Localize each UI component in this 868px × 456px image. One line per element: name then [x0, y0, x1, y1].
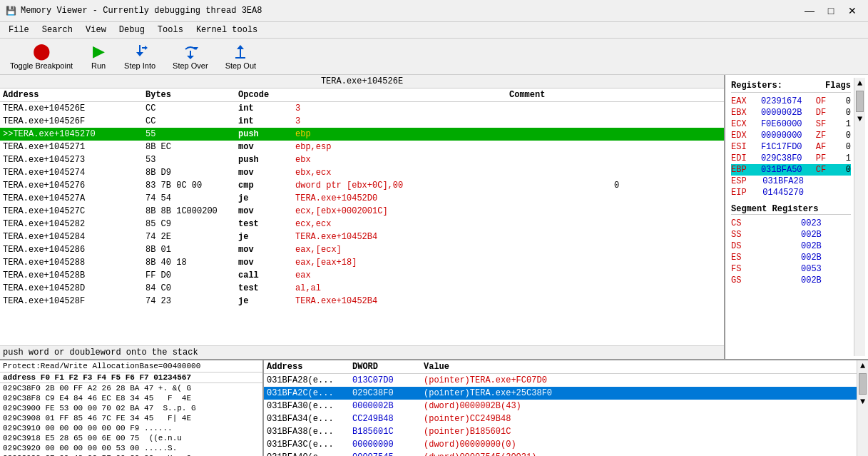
register-row[interactable]: ESIF1C17FD0AF0: [731, 141, 851, 153]
register-row[interactable]: ESP031BFA28: [731, 176, 851, 187]
menu-view[interactable]: View: [80, 24, 112, 36]
close-button[interactable]: ✕: [842, 3, 862, 19]
stack-row[interactable]: 031BFA30(e...0000002B(dword)0000002B(43): [264, 400, 857, 412]
stack-row[interactable]: 031BFA38(e...B185601C(pointer)B185601C: [264, 425, 857, 438]
memory-row[interactable]: 029C38F8 C9 E4 84 46 EC E8 34 45 F 4E: [0, 393, 262, 403]
disasm-row[interactable]: TERA.exe+104526FCCint3: [0, 115, 724, 128]
memory-row[interactable]: 029C3920 00 00 00 00 00 53 00 .....S.: [0, 443, 262, 453]
disasm-row-operand: ecx,ecx: [295, 219, 614, 229]
stack-row-value: (pointer)TERA.exe+FC07D0: [424, 375, 854, 385]
menu-search[interactable]: Search: [36, 24, 78, 36]
run-button[interactable]: ▶ Run: [87, 41, 110, 71]
step-out-icon: [232, 43, 249, 60]
step-into-button[interactable]: Step Into: [121, 41, 158, 71]
segment-name: SS: [731, 230, 756, 240]
scroll-up-arrow[interactable]: ▲: [854, 78, 865, 89]
flag-name: OF: [816, 96, 841, 106]
registers-header: Registers: Flags: [731, 81, 851, 93]
memory-row[interactable]: 029C38F0 2B 00 FF A2 26 28 BA 47 +. &( G: [0, 383, 262, 393]
disasm-row[interactable]: TERA.exe+104528285 C9testecx,ecx: [0, 218, 724, 230]
register-row[interactable]: EAX02391674OF0: [731, 96, 851, 107]
disasm-row[interactable]: TERA.exe+10452718B ECmovebp,esp: [0, 141, 724, 153]
register-row[interactable]: EIP01445270: [731, 187, 851, 198]
disasm-row-bytes: CC: [145, 116, 238, 126]
stack-row-value: (dword)00007545(30021): [424, 452, 854, 456]
stack-row[interactable]: 031BFA34(e...CC249B48(pointer)CC249B48: [264, 412, 857, 425]
stack-row[interactable]: 031BFA28(e...013C07D0(pointer)TERA.exe+F…: [264, 374, 857, 387]
disasm-row-operand: dword ptr [ebx+0C],00: [295, 181, 614, 191]
register-row[interactable]: EBP031BFA50CF0: [731, 164, 851, 176]
menu-file[interactable]: File: [3, 24, 35, 36]
register-row[interactable]: EBX0000002BDF0: [731, 107, 851, 118]
menu-kernel-tools[interactable]: Kernel tools: [190, 24, 263, 36]
disasm-row-operand: eax,[ecx]: [295, 245, 614, 255]
disasm-row-bytes: FF D0: [145, 270, 238, 280]
disasm-row[interactable]: TERA.exe+104528474 2EjeTERA.exe+10452B4: [0, 230, 724, 243]
stack-row[interactable]: 031BFA2C(e...029C38F0(pointer)TERA.exe+2…: [264, 387, 857, 400]
memory-row[interactable]: 029C3910 00 00 00 00 00 00 F9 ......: [0, 423, 262, 433]
disasm-row[interactable]: TERA.exe+104527683 7B 0C 00cmpdword ptr …: [0, 179, 724, 192]
stack-scroll-thumb[interactable]: [859, 373, 867, 395]
disasm-row[interactable]: TERA.exe+104527C8B 8B 1C000200movecx,[eb…: [0, 205, 724, 218]
disasm-row-opcode: mov: [238, 245, 295, 255]
disasm-row[interactable]: TERA.exe+10452888B 40 18moveax,[eax+18]: [0, 256, 724, 269]
segment-name: CS: [731, 218, 756, 228]
disasm-row[interactable]: TERA.exe+10452868B 01moveax,[ecx]: [0, 243, 724, 256]
memory-row[interactable]: 029C3900 FE 53 00 00 70 02 BA 47 S..p. G: [0, 403, 262, 413]
disasm-row[interactable]: TERA.exe+10452748B D9movebx,ecx: [0, 166, 724, 179]
step-over-button[interactable]: Step Over: [170, 41, 211, 71]
disasm-row[interactable]: TERA.exe+104528D84 C0testal,al: [0, 282, 724, 295]
stack-scrollbar[interactable]: ▲ ▼: [857, 360, 868, 456]
register-name: EBX: [731, 108, 756, 118]
menu-debug[interactable]: Debug: [113, 24, 150, 36]
register-name: ECX: [731, 119, 756, 129]
toggle-breakpoint-button[interactable]: ⬤ Toggle Breakpoint: [7, 41, 76, 71]
memory-row[interactable]: 029C3928 2E 00 48 00 5F 00 30 00 ..H._.0…: [0, 453, 262, 456]
disasm-row-addr: TERA.exe+1045273: [3, 155, 145, 165]
registers-title: Registers:: [731, 81, 782, 91]
disasm-row[interactable]: TERA.exe+104526ECCint3: [0, 102, 724, 115]
disasm-row-bytes: 74 54: [145, 193, 238, 203]
titlebar-left: 💾 Memory Viewer - Currently debugging th…: [6, 6, 262, 16]
register-row[interactable]: ECXF0E60000SF1: [731, 118, 851, 130]
stack-row[interactable]: 031BFA3C(e...00000000(dword)00000000(0): [264, 438, 857, 451]
stack-row-dword: B185601C: [352, 427, 424, 437]
stack-scroll-up[interactable]: ▲: [857, 360, 868, 372]
memory-panel: Protect:Read/Write AllocationBase=004000…: [0, 360, 264, 456]
disasm-row-opcode: je: [238, 232, 295, 242]
flag-value: 1: [846, 153, 851, 163]
registers-scrollbar[interactable]: ▲ ▼: [854, 78, 865, 356]
memory-row[interactable]: 029C3918 E5 28 65 00 6E 00 75 ((e.n.u: [0, 433, 262, 443]
register-row[interactable]: EDI029C38F0PF1: [731, 153, 851, 164]
disasm-row[interactable]: TERA.exe+104528BFF D0calleax: [0, 269, 724, 282]
breakpoint-icon: ⬤: [33, 43, 50, 60]
maximize-button[interactable]: □: [821, 3, 841, 19]
disasm-rows: TERA.exe+104526ECCint3TERA.exe+104526FCC…: [0, 102, 724, 345]
main-container: TERA.exe+104526E Address Bytes Opcode Co…: [0, 75, 868, 456]
disasm-row-opcode: je: [238, 193, 295, 203]
disasm-row-addr: TERA.exe+104526F: [3, 116, 145, 126]
header-address: Address: [3, 90, 145, 100]
minimize-button[interactable]: —: [800, 3, 820, 19]
disasm-row[interactable]: TERA.exe+104527353pushebx: [0, 153, 724, 166]
scroll-thumb[interactable]: [856, 91, 864, 112]
disasm-row[interactable]: >>TERA.exe+104527055pushebp: [0, 128, 724, 141]
stack-scroll-down[interactable]: ▼: [857, 396, 868, 407]
disasm-row[interactable]: TERA.exe+104528F74 23jeTERA.exe+10452B4: [0, 295, 724, 308]
segment-value: 002B: [801, 275, 851, 285]
menu-tools[interactable]: Tools: [152, 24, 189, 36]
stack-row[interactable]: 031BFA40(e...00007545(dword)00007545(300…: [264, 451, 857, 456]
disasm-row-addr: TERA.exe+1045286: [3, 245, 145, 255]
step-out-button[interactable]: Step Out: [223, 41, 259, 71]
register-row[interactable]: EDX00000000ZF0: [731, 130, 851, 141]
register-value: F0E60000: [761, 119, 811, 129]
step-over-icon: [182, 43, 199, 60]
disasm-row-bytes: 83 7B 0C 00: [145, 181, 238, 191]
disasm-row-bytes: 8B 01: [145, 245, 238, 255]
disasm-row[interactable]: TERA.exe+104527A74 54jeTERA.exe+10452D0: [0, 192, 724, 205]
segment-register-row: CS0023: [731, 218, 851, 229]
stack-row-addr: 031BFA2C(e...: [267, 388, 352, 398]
stack-header-dword: DWORD: [352, 362, 424, 372]
scroll-down-arrow[interactable]: ▼: [854, 113, 865, 125]
memory-row[interactable]: 029C3908 01 FF 85 46 7C FE 34 45 F| 4E: [0, 413, 262, 423]
